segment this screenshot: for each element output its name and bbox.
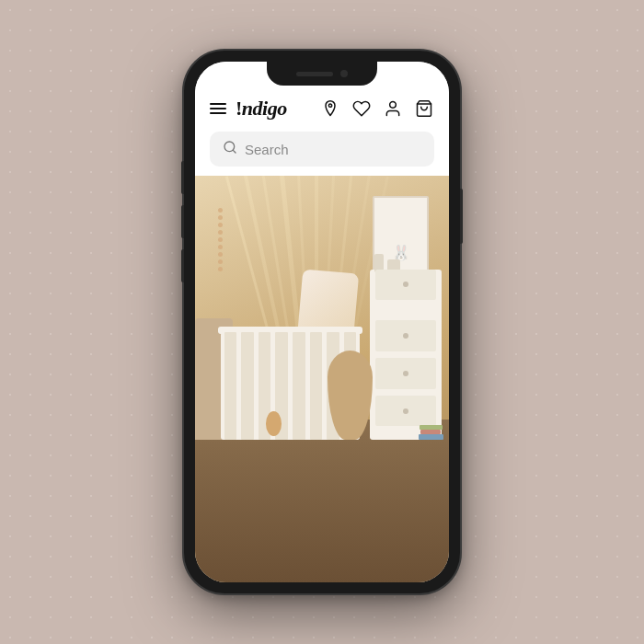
dresser-drawer-1	[375, 320, 435, 351]
brand-logo[interactable]: !ndigo	[236, 97, 287, 121]
notch-camera	[340, 70, 348, 77]
search-icon	[223, 140, 237, 158]
app-content: !ndigo	[195, 62, 449, 582]
header-icon-group	[320, 98, 434, 119]
svg-line-4	[233, 150, 236, 153]
svg-point-0	[328, 104, 331, 107]
account-icon-button[interactable]	[383, 98, 403, 119]
dresser-top-items	[370, 238, 441, 272]
location-pin-icon	[321, 99, 339, 118]
cart-icon-button[interactable]	[414, 98, 434, 119]
person-icon	[384, 99, 402, 118]
header-top-bar: !ndigo	[210, 97, 434, 121]
header-left-group: !ndigo	[210, 97, 287, 121]
phone-screen: !ndigo	[195, 62, 449, 582]
search-placeholder-text: Search	[245, 142, 289, 157]
search-bar[interactable]: Search	[210, 132, 434, 167]
dresser-drawer-4	[375, 270, 435, 300]
floor-toy	[266, 411, 282, 436]
phone-notch	[267, 62, 377, 86]
location-icon-button[interactable]	[320, 98, 340, 119]
heart-icon	[352, 99, 371, 118]
room-floor	[195, 420, 449, 582]
wishlist-icon-button[interactable]	[351, 98, 372, 119]
dresser-drawer-2	[375, 358, 435, 388]
svg-point-1	[390, 102, 397, 109]
phone-mockup: !ndigo	[184, 51, 460, 593]
shopping-bag-icon	[415, 99, 433, 118]
floor-books	[419, 399, 444, 440]
hamburger-menu-button[interactable]	[210, 103, 226, 114]
notch-speaker	[296, 72, 333, 76]
hero-image: 🐰	[195, 176, 449, 582]
